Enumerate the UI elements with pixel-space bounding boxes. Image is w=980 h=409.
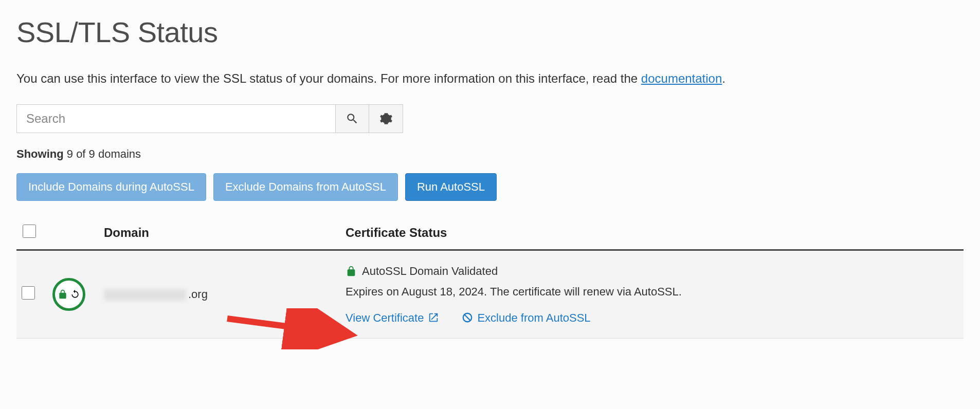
cert-status-cell: AutoSSL Domain Validated Expires on Augu… (340, 250, 964, 339)
include-domains-button[interactable]: Include Domains during AutoSSL (16, 173, 206, 201)
page-title: SSL/TLS Status (16, 15, 964, 49)
svg-line-1 (465, 315, 470, 321)
search-settings-button[interactable] (369, 104, 403, 133)
search-bar (16, 104, 964, 133)
search-icon (346, 112, 359, 125)
select-all-checkbox[interactable] (23, 225, 36, 238)
cert-status-detail: Expires on August 18, 2024. The certific… (346, 283, 958, 301)
exclude-domains-button[interactable]: Exclude Domains from AutoSSL (213, 173, 398, 201)
showing-label: Showing (16, 147, 64, 160)
bulk-action-row: Include Domains during AutoSSL Exclude D… (16, 173, 964, 201)
external-link-icon (428, 312, 439, 323)
domain-cell: .org (99, 250, 340, 339)
search-input[interactable] (16, 104, 335, 133)
header-icon-col (47, 218, 99, 250)
gears-icon (379, 112, 393, 125)
header-cert-status: Certificate Status (340, 218, 964, 250)
row-checkbox[interactable] (22, 286, 35, 300)
showing-text: 9 of 9 domains (67, 147, 141, 160)
documentation-link[interactable]: documentation (641, 71, 722, 85)
domain-suffix: .org (188, 288, 208, 301)
exclude-link-label: Exclude from AutoSSL (477, 309, 590, 327)
table-row: .org AutoSSL Domain Validated Expires on… (16, 250, 964, 339)
domains-table: Domain Certificate Status (16, 218, 964, 339)
exclude-from-autossl-link[interactable]: Exclude from AutoSSL (462, 309, 590, 327)
run-autossl-button[interactable]: Run AutoSSL (405, 173, 497, 201)
lock-icon (346, 265, 357, 278)
desc-text: You can use this interface to view the S… (16, 71, 641, 85)
refresh-icon (70, 289, 80, 300)
cert-status-title: AutoSSL Domain Validated (362, 262, 498, 280)
view-certificate-link[interactable]: View Certificate (346, 309, 439, 327)
showing-count: Showing 9 of 9 domains (16, 147, 964, 161)
desc-suffix: . (722, 71, 725, 85)
ssl-status-icon (52, 278, 85, 311)
domain-redacted (104, 289, 186, 301)
prohibit-icon (462, 312, 473, 323)
lock-icon (58, 288, 68, 301)
search-button[interactable] (335, 104, 369, 133)
page-description: You can use this interface to view the S… (16, 69, 964, 88)
header-checkbox-col (16, 218, 47, 250)
header-domain: Domain (99, 218, 340, 250)
view-cert-label: View Certificate (346, 309, 424, 327)
